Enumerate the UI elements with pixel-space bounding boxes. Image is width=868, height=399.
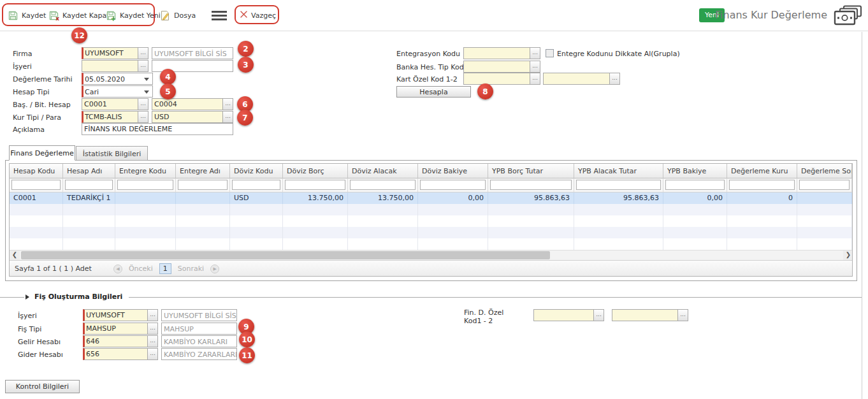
grid-cell	[176, 204, 230, 215]
fis-section-header[interactable]: Fiş Oluşturma Bilgileri	[24, 293, 129, 301]
firma-lookup-button[interactable]: ...	[138, 47, 148, 59]
grid-column-header[interactable]: YPB Bakiye	[663, 164, 727, 178]
fin-d-ozel-kod2-input[interactable]	[612, 309, 678, 321]
bit-hesap-lookup-button[interactable]: ...	[222, 98, 233, 110]
isyeri-code-field: ...	[82, 60, 148, 72]
grid-empty-row[interactable]	[10, 215, 853, 227]
kart-ozel-kod-label: Kart Özel Kod 1-2	[396, 75, 458, 83]
grid-column-header[interactable]: Döviz Kodu	[230, 164, 283, 178]
tab-istatistik-bilgileri[interactable]: İstatistik Bilgileri	[76, 146, 148, 161]
scroll-left-button[interactable]: ❮	[10, 250, 20, 260]
previous-page-button[interactable]: Önceki	[129, 265, 153, 273]
entegrasyon-kodu-input[interactable]	[463, 47, 530, 59]
banka-lookup-button[interactable]: ...	[530, 61, 540, 73]
grid-filter-input[interactable]	[799, 180, 850, 190]
bas-hesap-input[interactable]	[82, 98, 138, 110]
kart-ozel-kod2-lookup-button[interactable]: ...	[609, 73, 620, 85]
cancel-button[interactable]: Vazgeç	[240, 8, 276, 22]
next-page-button[interactable]: Sonraki	[178, 265, 204, 273]
kart-ozel-kod1-input[interactable]	[463, 73, 530, 85]
file-button[interactable]: Dosya	[160, 8, 196, 22]
scroll-right-button[interactable]: ❯	[843, 250, 853, 260]
banka-hes-tip-kod-input[interactable]	[463, 61, 530, 73]
grid-column-header[interactable]: Döviz Bakiye	[418, 164, 488, 178]
grid-filter-input[interactable]	[350, 180, 416, 190]
gelir-hesabi-lookup-button[interactable]: ...	[147, 335, 158, 347]
page-number-button[interactable]: 1	[159, 263, 171, 274]
fis-isyeri-code-input[interactable]	[83, 309, 148, 321]
grid-filter-input[interactable]	[576, 180, 661, 190]
firma-code-input[interactable]	[82, 47, 138, 59]
kur-tipi-input[interactable]	[82, 111, 138, 123]
grid-cell	[283, 238, 348, 250]
previous-page-icon[interactable]: ◀	[113, 265, 122, 273]
degerleme-tarihi-select[interactable]: 05.05.2020	[82, 73, 153, 85]
grid-filter-input[interactable]	[420, 180, 486, 190]
grid-empty-row[interactable]	[10, 227, 853, 238]
grid-filter-input[interactable]	[117, 180, 173, 190]
fis-tipi-lookup-button[interactable]: ...	[147, 323, 158, 335]
grid-column-header[interactable]: YPB Alacak Tutar	[574, 164, 663, 178]
grid-column-header[interactable]: Entegre Kodu	[115, 164, 176, 178]
grid-filter-input[interactable]	[285, 180, 345, 190]
tab-finans-degerleme[interactable]: Finans Değerleme	[9, 145, 75, 161]
kart-ozel-kod1-lookup-button[interactable]: ...	[530, 73, 540, 85]
next-page-icon[interactable]: ▶	[210, 265, 219, 273]
fin-d-ozel-kod1-input[interactable]	[533, 309, 594, 321]
gelir-hesabi-code-input[interactable]	[83, 335, 148, 347]
grid-cell	[230, 227, 283, 238]
save-icon	[8, 10, 18, 21]
fis-tipi-code-input[interactable]	[83, 323, 148, 335]
hesapla-button[interactable]: Hesapla	[396, 86, 471, 98]
bas-bit-hesap-label: Baş. / Bit. Hesap	[13, 101, 71, 109]
grid-column-header[interactable]: Entegre Adı	[176, 164, 230, 178]
menu-icon[interactable]	[212, 11, 227, 20]
fin-d-ozel-kod1-lookup-button[interactable]: ...	[593, 309, 604, 321]
firma-label: Firma	[13, 50, 32, 58]
grid-filter-input[interactable]	[11, 180, 61, 190]
grid-filter-cell	[727, 178, 797, 192]
save-button[interactable]: Kaydet	[8, 8, 46, 22]
para-input[interactable]	[152, 111, 223, 123]
gider-hesabi-code-input[interactable]	[83, 348, 148, 360]
para-lookup-button[interactable]: ...	[222, 111, 233, 123]
bas-hesap-lookup-button[interactable]: ...	[138, 98, 148, 110]
entegrasyon-lookup-button[interactable]: ...	[530, 47, 540, 59]
kur-tipi-lookup-button[interactable]: ...	[138, 111, 148, 123]
grid-filter-input[interactable]	[65, 180, 113, 190]
grid-empty-row[interactable]	[10, 238, 853, 250]
save-new-button[interactable]: + Kaydet Yeni	[106, 8, 161, 22]
kontrol-bilgileri-button[interactable]: Kontrol Bilgileri	[5, 380, 80, 393]
annotation-circle-10: 10	[239, 331, 255, 347]
isyeri-code-input[interactable]	[82, 60, 138, 72]
grid-column-header[interactable]: Değerleme Sonra	[797, 164, 852, 178]
save-close-button[interactable]: x Kaydet Kapat	[48, 8, 110, 22]
grid-data-row[interactable]: C0001 TEDARİKÇİ 1 USD 13.750,00 13.750,0…	[10, 192, 853, 204]
grid-column-header[interactable]: YPB Borç Tutar	[488, 164, 574, 178]
gider-hesabi-lookup-button[interactable]: ...	[147, 348, 158, 360]
banka-hes-tip-kod-field: ...	[463, 61, 540, 73]
kart-ozel-kod2-input[interactable]	[543, 73, 610, 85]
grid-filter-input[interactable]	[729, 180, 795, 190]
grid-filter-input[interactable]	[178, 180, 228, 190]
grid-column-header[interactable]: Hesap Kodu	[10, 164, 63, 178]
fis-isyeri-lookup-button[interactable]: ...	[147, 309, 158, 321]
section-divider	[0, 297, 862, 298]
grid-filter-input[interactable]	[665, 180, 725, 190]
grid-column-header[interactable]: Döviz Borç	[283, 164, 348, 178]
aciklama-input[interactable]	[82, 123, 233, 135]
fin-d-ozel-kod2-lookup-button[interactable]: ...	[677, 309, 688, 321]
grid-column-header[interactable]: Döviz Alacak	[348, 164, 418, 178]
isyeri-lookup-button[interactable]: ...	[138, 60, 148, 72]
horizontal-scrollbar-thumb[interactable]	[21, 251, 550, 259]
banknotes-icon[interactable]	[834, 5, 863, 29]
grid-filter-input[interactable]	[232, 180, 280, 190]
hesap-tipi-select[interactable]: Cari	[82, 85, 153, 98]
grid-filter-input[interactable]	[490, 180, 572, 190]
bit-hesap-input[interactable]	[152, 98, 223, 110]
grid-empty-row[interactable]	[10, 204, 853, 215]
grid-column-header[interactable]: Değerleme Kuru	[727, 164, 797, 178]
entegre-grupla-checkbox[interactable]	[546, 49, 554, 57]
grid-column-header[interactable]: Hesap Adı	[63, 164, 115, 178]
cancel-x-icon	[240, 10, 248, 20]
